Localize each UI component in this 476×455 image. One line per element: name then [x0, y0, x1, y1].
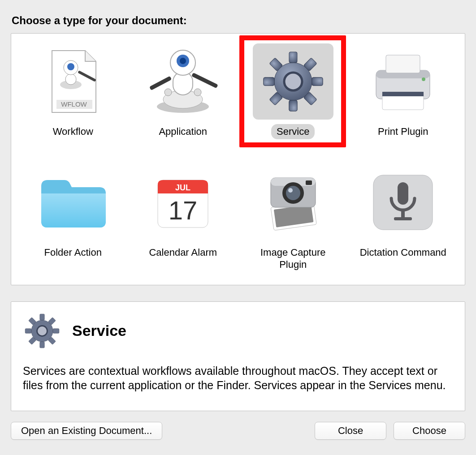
svg-rect-51 [394, 217, 412, 220]
type-application[interactable]: Application [130, 43, 236, 139]
type-label: Workflow [48, 124, 99, 139]
type-calendar-alarm[interactable]: JUL 17 Calendar Alarm [130, 164, 236, 272]
svg-rect-13 [191, 73, 218, 88]
open-existing-button[interactable]: Open an Existing Document... [11, 422, 162, 440]
printer-icon [363, 43, 443, 120]
type-label: Application [153, 124, 212, 139]
type-image-capture-plugin[interactable]: Image Capture Plugin [240, 164, 346, 272]
microphone-icon [363, 164, 443, 240]
svg-rect-49 [398, 182, 408, 205]
svg-point-36 [422, 77, 425, 81]
type-label: Service [271, 124, 315, 139]
type-chooser-panel: WFLOW Workflow [11, 33, 465, 285]
svg-rect-25 [289, 100, 297, 111]
svg-rect-14 [149, 76, 172, 90]
svg-rect-23 [312, 77, 323, 86]
folder-icon [33, 164, 113, 240]
application-icon [143, 43, 223, 120]
svg-point-12 [180, 58, 186, 64]
svg-rect-3 [65, 74, 76, 85]
svg-rect-47 [306, 180, 312, 185]
type-grid: WFLOW Workflow [20, 43, 456, 272]
choose-button[interactable]: Choose [394, 422, 465, 440]
close-button[interactable]: Close [315, 422, 386, 440]
svg-rect-59 [25, 328, 31, 333]
page-title: Choose a type for your document: [12, 14, 465, 27]
gear-icon [253, 43, 333, 120]
svg-rect-18 [289, 52, 297, 63]
svg-text:JUL: JUL [175, 183, 190, 192]
svg-rect-35 [382, 92, 424, 96]
type-label: Image Capture Plugin [240, 245, 346, 272]
type-label: Folder Action [39, 245, 107, 260]
type-workflow[interactable]: WFLOW Workflow [20, 43, 126, 139]
svg-rect-53 [40, 314, 44, 320]
type-print-plugin[interactable]: Print Plugin [351, 43, 456, 139]
svg-text:17: 17 [169, 196, 198, 225]
svg-text:WFLOW: WFLOW [61, 100, 87, 108]
button-row: Open an Existing Document... Close Choos… [11, 422, 465, 440]
type-dictation-command[interactable]: Dictation Command [351, 164, 456, 272]
description-body: Services are contextual workflows availa… [23, 364, 453, 393]
svg-rect-33 [386, 55, 420, 73]
svg-rect-57 [40, 342, 44, 348]
svg-point-15 [164, 89, 172, 96]
svg-point-5 [67, 63, 74, 70]
type-folder-action[interactable]: Folder Action [20, 164, 126, 272]
svg-rect-55 [53, 328, 59, 333]
calendar-icon: JUL 17 [143, 164, 223, 240]
type-label: Calendar Alarm [143, 245, 222, 260]
svg-rect-50 [401, 210, 405, 218]
description-panel: Service Services are contextual workflow… [11, 301, 465, 411]
svg-point-46 [288, 188, 293, 193]
svg-rect-27 [264, 77, 274, 86]
svg-point-45 [286, 186, 300, 200]
description-title: Service [72, 322, 126, 339]
type-label: Print Plugin [372, 124, 434, 139]
camera-icon [253, 164, 333, 240]
gear-icon [23, 312, 61, 350]
svg-point-16 [194, 89, 201, 96]
workflow-icon: WFLOW [33, 43, 113, 120]
type-service[interactable]: Service [240, 43, 346, 139]
type-label: Dictation Command [355, 245, 452, 260]
